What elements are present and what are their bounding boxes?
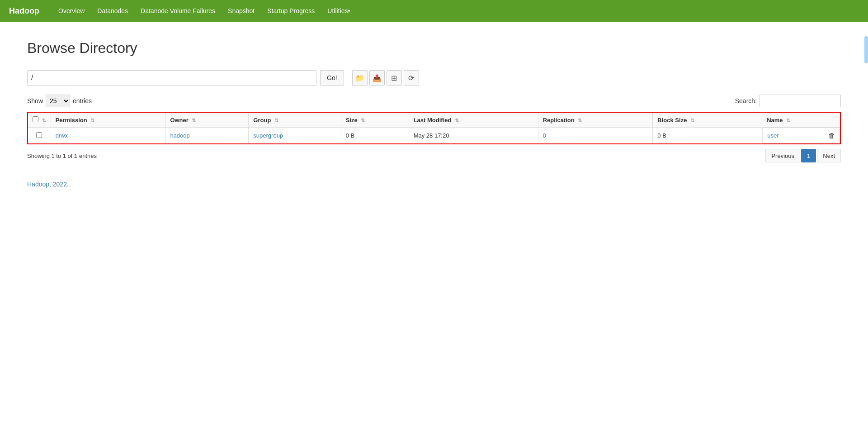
row-owner: hadoop (165, 128, 249, 144)
main-content: Browse Directory Go! 📁 📤 ⊞ ⟳ Show 10 25 (0, 22, 868, 206)
sort-icon-replication: ⇅ (578, 118, 582, 123)
sort-icon-block-size: ⇅ (690, 118, 694, 123)
sort-icon-check: ⇅ (42, 118, 46, 123)
show-entries-left: Show 10 25 50 100 entries (27, 95, 92, 107)
go-button[interactable]: Go! (320, 70, 344, 86)
nav-utilities-dropdown[interactable]: Utilities (322, 5, 356, 17)
group-link[interactable]: supergroup (253, 132, 283, 139)
header-checkbox-col: ⇅ (28, 112, 51, 128)
pagination: Previous 1 Next (765, 149, 841, 162)
upload-icon-button[interactable]: 📤 (369, 70, 385, 86)
nav-datanodes[interactable]: Datanodes (92, 5, 133, 17)
directory-table: ⇅ Permission ⇅ Owner ⇅ Group ⇅ Size ⇅ (27, 112, 841, 144)
footer-text: Hadoop, 2022. (27, 181, 69, 188)
entries-select[interactable]: 10 25 50 100 (46, 95, 70, 107)
nav-startup-progress[interactable]: Startup Progress (262, 5, 320, 17)
header-last-modified[interactable]: Last Modified ⇅ (409, 112, 538, 128)
select-all-checkbox[interactable] (33, 116, 38, 122)
path-input[interactable] (27, 70, 316, 86)
table-header-row: ⇅ Permission ⇅ Owner ⇅ Group ⇅ Size ⇅ (28, 112, 840, 128)
previous-button[interactable]: Previous (765, 149, 800, 162)
page-1-button[interactable]: 1 (801, 149, 816, 162)
navbar-brand[interactable]: Hadoop (9, 6, 39, 16)
entries-label: entries (73, 97, 92, 105)
header-block-size[interactable]: Block Size ⇅ (653, 112, 762, 128)
upload-icon: 📤 (373, 74, 382, 82)
row-group: supergroup (249, 128, 341, 144)
search-right: Search: (735, 95, 841, 107)
show-label: Show (27, 97, 43, 105)
sort-icon-group: ⇅ (274, 118, 278, 123)
table-head: ⇅ Permission ⇅ Owner ⇅ Group ⇅ Size ⇅ (28, 112, 840, 128)
row-permission: drwx------ (51, 128, 165, 144)
nav-links: Overview Datanodes Datanode Volume Failu… (53, 5, 356, 17)
sort-icon-size: ⇅ (361, 118, 365, 123)
row-size: 0 B (341, 128, 409, 144)
header-name[interactable]: Name ⇅ (762, 112, 840, 128)
icon-buttons: 📁 📤 ⊞ ⟳ (352, 70, 419, 86)
row-checkbox[interactable] (36, 132, 42, 138)
table-row: drwx------ hadoop supergroup 0 B May 28 … (28, 128, 840, 144)
row-last-modified: May 28 17:20 (409, 128, 538, 144)
entries-info: Showing 1 to 1 of 1 entries (27, 152, 97, 159)
delete-icon[interactable]: 🗑 (828, 132, 835, 139)
nav-snapshot[interactable]: Snapshot (222, 5, 260, 17)
name-link[interactable]: user (767, 132, 778, 139)
scrollbar-hint[interactable] (864, 36, 868, 63)
pagination-row: Showing 1 to 1 of 1 entries Previous 1 N… (27, 149, 841, 162)
table-body: drwx------ hadoop supergroup 0 B May 28 … (28, 128, 840, 144)
sort-icon-owner: ⇅ (192, 118, 196, 123)
replication-link[interactable]: 0 (543, 132, 546, 139)
refresh-icon: ⟳ (408, 74, 414, 82)
folder-icon-button[interactable]: 📁 (352, 70, 368, 86)
refresh-icon-button[interactable]: ⟳ (404, 70, 419, 86)
row-name: user 🗑 (762, 128, 840, 143)
header-replication[interactable]: Replication ⇅ (538, 112, 653, 128)
permission-link[interactable]: drwx------ (56, 132, 80, 139)
footer: Hadoop, 2022. (27, 181, 841, 188)
nav-datanode-volume-failures[interactable]: Datanode Volume Failures (135, 5, 221, 17)
row-replication: 0 (538, 128, 653, 144)
next-button[interactable]: Next (817, 149, 841, 162)
path-row: Go! 📁 📤 ⊞ ⟳ (27, 70, 841, 86)
navbar: Hadoop Overview Datanodes Datanode Volum… (0, 0, 868, 22)
header-group[interactable]: Group ⇅ (249, 112, 341, 128)
sort-icon-permission: ⇅ (90, 118, 94, 123)
table-icon-button[interactable]: ⊞ (387, 70, 402, 86)
folder-icon: 📁 (355, 74, 364, 82)
search-label: Search: (735, 97, 757, 105)
header-size[interactable]: Size ⇅ (341, 112, 409, 128)
row-checkbox-col (28, 128, 51, 144)
sort-icon-last-modified: ⇅ (455, 118, 459, 123)
show-entries-row: Show 10 25 50 100 entries Search: (27, 95, 841, 107)
page-title: Browse Directory (27, 40, 841, 57)
nav-overview[interactable]: Overview (53, 5, 90, 17)
table-icon: ⊞ (391, 74, 397, 82)
row-block-size: 0 B (653, 128, 762, 144)
sort-icon-name: ⇅ (786, 118, 790, 123)
search-input[interactable] (760, 95, 841, 107)
header-permission[interactable]: Permission ⇅ (51, 112, 165, 128)
owner-link[interactable]: hadoop (170, 132, 189, 139)
header-owner[interactable]: Owner ⇅ (165, 112, 249, 128)
